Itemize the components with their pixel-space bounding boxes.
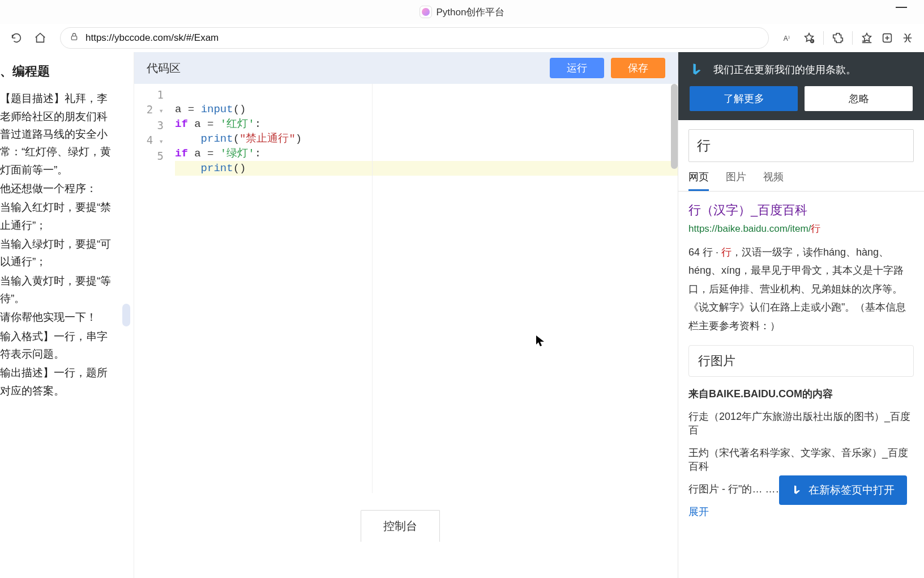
bing-learn-more-button[interactable]: 了解更多 — [690, 86, 798, 111]
result-url[interactable]: https://baike.baidu.com/item/行 — [688, 222, 914, 235]
problem-text: 当输入黄灯时，要提“等待”。 — [0, 272, 117, 308]
editor-header: 代码区 运行 保存 — [134, 52, 678, 84]
editor-panel: 代码区 运行 保存 1 2 ▾ 3 4 ▾ 5 a = input() if a… — [134, 52, 678, 578]
editor-scrollbar[interactable] — [671, 84, 678, 169]
result-link[interactable]: 行走（2012年广东旅游出版社出版的图书）_百度百 — [688, 410, 914, 437]
bing-search-input[interactable]: 行 — [688, 129, 914, 162]
run-button[interactable]: 运行 — [550, 58, 604, 78]
bing-tab-video[interactable]: 视频 — [763, 170, 784, 191]
browser-menu-icon[interactable] — [898, 28, 917, 48]
problem-text: 【题目描述】礼拜，李老师给社区的朋友们科普过道路马线的安全小常：“红灯停、绿灯，… — [0, 90, 117, 178]
code-editor[interactable]: 1 2 ▾ 3 4 ▾ 5 a = input() if a = '红灯': p… — [134, 84, 678, 493]
window-titlebar: Python创作平台 — [0, 0, 924, 24]
open-in-new-tab-button[interactable]: 在新标签页中打开 — [779, 475, 907, 505]
result-from-label: 来自BAIKE.BAIDU.COM的内容 — [688, 387, 914, 401]
result-link[interactable]: 王灼（宋代著名科学家、文学家、音乐家）_百度百科 — [688, 446, 914, 473]
browser-toolbar: https://ybccode.com/sk/#/Exam A⁾ + — [0, 24, 924, 52]
read-aloud-icon[interactable]: A⁾ — [779, 28, 798, 48]
svg-rect-0 — [71, 36, 76, 40]
favorite-icon[interactable]: + — [799, 28, 819, 48]
url-text: https://ybccode.com/sk/#/Exam — [85, 32, 219, 44]
problem-text: 请你帮他实现一下！ — [0, 308, 117, 326]
problem-panel: 、编程题 【题目描述】礼拜，李老师给社区的朋友们科普过道路马线的安全小常：“红灯… — [0, 52, 119, 578]
panel-splitter[interactable] — [119, 52, 134, 578]
minimize-icon[interactable] — [896, 7, 907, 8]
editor-area-label: 代码区 — [147, 61, 543, 76]
bing-sidebar: 我们正在更新我们的使用条款。 了解更多 忽略 行 网页 图片 视频 行（汉字）_… — [678, 52, 924, 578]
window-title: Python创作平台 — [437, 6, 505, 19]
address-bar[interactable]: https://ybccode.com/sk/#/Exam — [60, 27, 769, 49]
home-button[interactable] — [31, 28, 50, 48]
bing-terms-text: 我们正在更新我们的使用条款。 — [713, 63, 856, 76]
collections-icon[interactable] — [878, 28, 897, 48]
svg-text:A⁾: A⁾ — [784, 35, 790, 42]
bing-tab-web[interactable]: 网页 — [688, 170, 709, 191]
bing-logo-icon — [690, 62, 704, 77]
bing-ignore-button[interactable]: 忽略 — [805, 86, 913, 111]
bing-tab-image[interactable]: 图片 — [726, 170, 746, 191]
save-button[interactable]: 保存 — [611, 58, 665, 78]
problem-text: 当输入绿灯时，要提“可以通行”； — [0, 235, 117, 271]
app-icon — [420, 6, 432, 18]
lock-icon — [70, 32, 79, 44]
refresh-button[interactable] — [7, 28, 26, 48]
result-image-card[interactable]: 行图片 — [688, 345, 914, 377]
mouse-cursor — [536, 335, 544, 347]
problem-heading: 、编程题 — [0, 61, 117, 82]
problem-text: 他还想做一个程序： — [0, 180, 117, 197]
bing-terms-banner: 我们正在更新我们的使用条款。 了解更多 忽略 — [678, 52, 924, 120]
svg-text:+: + — [811, 39, 813, 43]
favorites-list-icon[interactable] — [857, 28, 876, 48]
result-snippet: 64 行 · 行，汉语一级字，读作háng、hàng、héng、xíng，最早见… — [688, 243, 914, 335]
bing-result-tabs: 网页 图片 视频 — [678, 162, 924, 192]
line-gutter: 1 2 ▾ 3 4 ▾ 5 — [134, 84, 168, 493]
console-tab[interactable]: 控制台 — [361, 510, 440, 542]
result-expand[interactable]: 展开 — [688, 505, 914, 518]
result-title[interactable]: 行（汉字）_百度百科 — [688, 202, 914, 219]
extensions-icon[interactable] — [828, 28, 848, 48]
problem-text: 输入格式】一行，串字符表示问题。 — [0, 328, 117, 363]
problem-text: 输出描述】一行，题所对应的答案。 — [0, 364, 117, 400]
code-content[interactable]: a = input() if a = '红灯': print("禁止通行") i… — [168, 84, 678, 493]
problem-text: 当输入红灯时，要提“禁止通行”； — [0, 198, 117, 234]
bing-b-icon — [792, 484, 803, 496]
bing-results: 行（汉字）_百度百科 https://baike.baidu.com/item/… — [678, 192, 924, 518]
